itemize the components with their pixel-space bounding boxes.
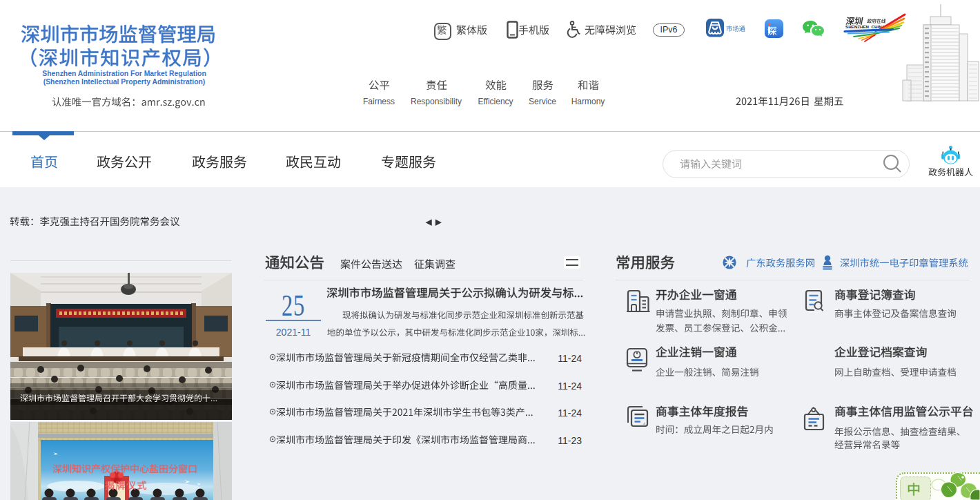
svg-text:SHENZHEN CHINA: SHENZHEN CHINA — [845, 24, 885, 29]
